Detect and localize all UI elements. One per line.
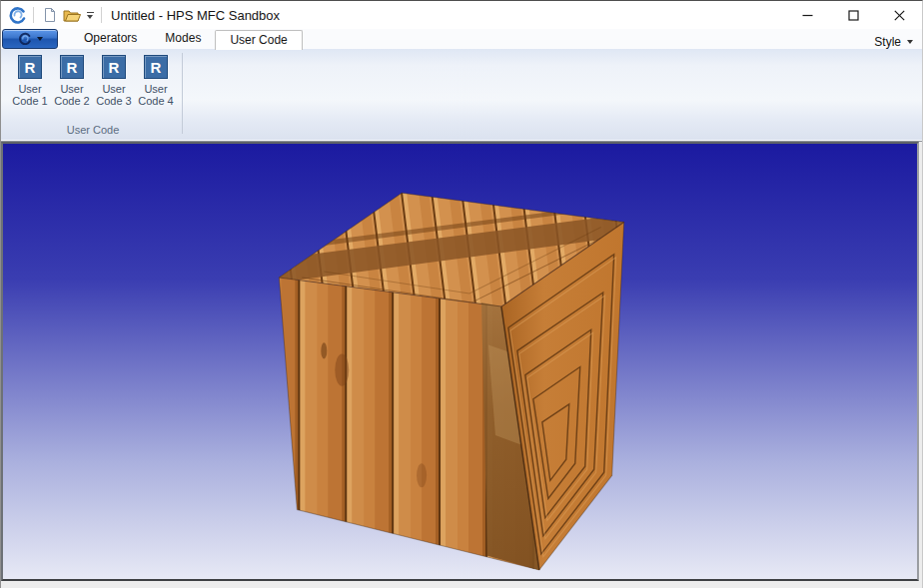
style-dropdown-button[interactable]: Style [874,35,913,49]
button-label: UserCode 2 [54,83,89,107]
app-window: Untitled - HPS MFC Sandbox [0,0,923,588]
record-r-icon: R [102,55,126,79]
window-controls [784,1,922,29]
client-area [1,142,922,588]
ribbon-tab-row: Operators Modes User Code Style [1,29,922,49]
new-document-icon[interactable] [39,4,61,26]
maximize-button[interactable] [830,1,876,29]
chevron-down-icon [907,40,913,44]
user-code-4-button[interactable]: R UserCode 4 [135,53,177,107]
application-menu-button[interactable] [2,29,58,49]
record-r-icon: R [18,55,42,79]
qat-customize-dropdown-icon[interactable] [84,12,96,19]
user-code-1-button[interactable]: R UserCode 1 [9,53,51,107]
tab-user-code[interactable]: User Code [215,30,302,50]
titlebar: Untitled - HPS MFC Sandbox [1,1,922,29]
ribbon-buttons: R UserCode 1 R UserCode 2 R UserCode 3 [3,50,183,107]
tab-operators[interactable]: Operators [70,29,151,49]
button-label: UserCode 4 [138,83,173,107]
record-r-icon: R [60,55,84,79]
window-title: Untitled - HPS MFC Sandbox [111,8,280,23]
ribbon-group-label: User Code [3,124,183,136]
quick-access-toolbar [6,1,107,29]
user-code-3-button[interactable]: R UserCode 3 [93,53,135,107]
close-button[interactable] [876,1,922,29]
record-r-icon: R [144,55,168,79]
separator [101,7,102,23]
style-dropdown-label: Style [874,35,901,49]
viewport-3d[interactable] [1,142,919,581]
separator [33,7,34,23]
button-label: UserCode 1 [12,83,47,107]
user-code-2-button[interactable]: R UserCode 2 [51,53,93,107]
app-logo-icon [6,4,28,26]
minimize-button[interactable] [784,1,830,29]
app-logo-small-icon [18,32,32,46]
button-label: UserCode 3 [96,83,131,107]
ribbon-panel: R UserCode 1 R UserCode 2 R UserCode 3 [1,49,922,142]
group-separator [182,53,183,134]
open-folder-icon[interactable] [61,4,83,26]
wooden-cube [3,144,917,579]
tab-modes[interactable]: Modes [151,29,215,49]
ribbon-group-user-code: R UserCode 1 R UserCode 2 R UserCode 3 [3,50,183,139]
chevron-down-icon [37,37,43,41]
